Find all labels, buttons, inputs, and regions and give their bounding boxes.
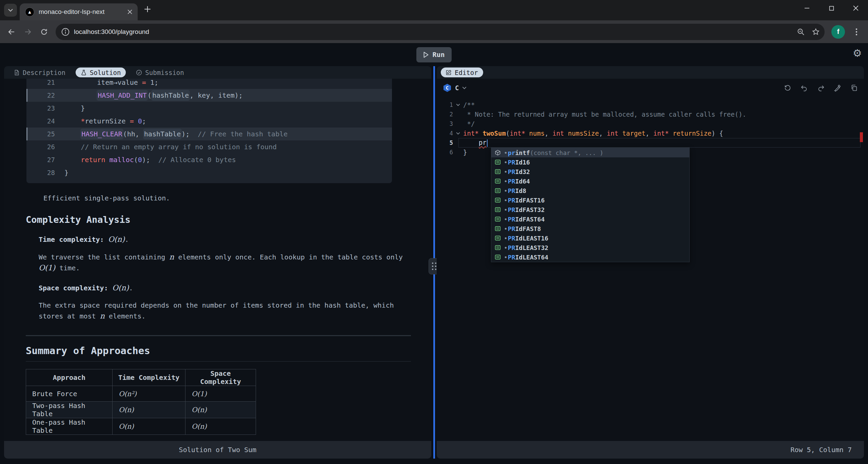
address-bar[interactable]: localhost:3000/playground [56,24,825,40]
star-icon [812,28,820,36]
editor-line: 4int* twoSum(int* nums, int numsSize, in… [437,129,864,138]
redo-icon [817,84,825,92]
browser-tab[interactable]: ▲ monaco-editor-lsp-next [20,3,138,20]
screen: ▲ monaco-editor-lsp-next localhost:3000 [0,0,868,464]
language-selector[interactable]: C C [443,83,467,92]
autocomplete-item[interactable]: •PRIdFAST8 [491,224,689,233]
snippet-icon [494,187,501,194]
copy-button[interactable] [850,84,858,92]
error-marker [860,132,863,142]
kebab-menu-icon [855,28,857,36]
autocomplete-item[interactable]: •printf(const char *, ... ) [491,148,689,157]
complexity-heading: Complexity Analysis [26,214,431,225]
table-row: Two-pass Hash TableO(n)O(n) [26,402,256,418]
tab-search-button[interactable] [4,4,17,17]
undo-button[interactable] [801,84,808,92]
window-controls [795,0,868,16]
copy-icon [850,84,858,92]
url-text[interactable]: localhost:3000/playground [74,28,797,36]
editor-line: 5 pr [437,138,864,148]
window-maximize-button[interactable] [819,0,844,16]
autocomplete-item[interactable]: •PRId32 [491,167,689,176]
svg-text:C: C [446,85,449,91]
text-cursor [487,139,488,147]
flask-icon [81,70,87,76]
snippet-icon [494,206,501,213]
space-complexity-paragraph: The extra space required depends on the … [39,300,407,322]
autocomplete-item[interactable]: •PRIdFAST64 [491,214,689,224]
fold-chevron-icon[interactable] [453,103,463,106]
code-line: 21 item→value = 1; [26,79,392,89]
space-complexity-line: Space complexity: O(n). [39,284,431,292]
tab-label: Description [23,69,65,76]
chevron-down-icon [8,9,13,12]
autocomplete-item[interactable]: •PRId16 [491,157,689,167]
problem-footer: Solution of Two Sum [4,441,431,459]
new-tab-button[interactable] [144,5,151,13]
window-minimize-button[interactable] [795,0,819,16]
site-favicon: ▲ [25,7,34,17]
reset-button[interactable] [784,84,791,92]
table-row: Brute ForceO(n²)O(1) [26,386,256,402]
table-header: Time Complexity [113,369,185,386]
bookmark-button[interactable] [812,28,820,36]
autocomplete-item[interactable]: •PRIdLEAST16 [491,233,689,243]
magnifier-minus-icon [797,28,805,36]
back-arrow-icon [8,28,15,36]
table-cell: One-pass Hash Table [26,418,113,435]
snippet-icon [494,158,501,166]
autocomplete-item[interactable]: •PRId64 [491,176,689,186]
autocomplete-item[interactable]: •PRIdLEAST32 [491,243,689,252]
avatar[interactable]: f [831,25,845,39]
back-button[interactable] [5,25,18,39]
chevron-down-icon [462,86,467,89]
cube-icon [494,149,501,156]
forward-button[interactable] [21,25,35,39]
fold-chevron-icon[interactable] [453,132,463,135]
summary-heading: Summary of Approaches [26,345,431,356]
autocomplete-popup: •printf(const char *, ... )•PRId16•PRId3… [491,148,690,262]
check-circle-icon [136,70,142,76]
autocomplete-item[interactable]: •PRIdFAST32 [491,205,689,214]
forward-arrow-icon [24,28,32,36]
snippet-icon [494,215,501,223]
tab-close-button[interactable] [127,9,132,14]
format-button[interactable] [834,84,841,92]
autocomplete-item[interactable]: •PRIdFAST16 [491,195,689,205]
problem-tabs: Description Solution Submission [4,66,431,79]
table-cell: Brute Force [26,386,113,402]
code-editor[interactable]: 1/**2 * Note: The returned array must be… [437,97,864,441]
run-label: Run [432,51,445,59]
editor-panel: Editor C C [437,66,864,459]
table-cell: O(n²) [113,386,185,402]
playground-page: Run ⚙ Description Solution [0,43,868,464]
editor-header: Editor [437,66,864,79]
tab-description[interactable]: Description [14,69,65,76]
zoom-out-button[interactable] [797,28,805,36]
table-cell: O(n) [113,418,185,435]
table-row: One-pass Hash TableO(n)O(n) [26,418,256,435]
code-line: 22 HASH_ADD_INT(hashTable, key, item); [26,89,392,102]
snippet-icon [494,168,501,175]
tab-solution[interactable]: Solution [76,67,126,77]
settings-gear-icon[interactable]: ⚙ [853,47,862,59]
solution-content[interactable]: 21 item→value = 1;22 HASH_ADD_INT(hashTa… [4,79,431,441]
document-icon [14,70,20,76]
browser-menu-button[interactable] [850,25,863,39]
close-icon [127,9,132,14]
browser-tab-strip: ▲ monaco-editor-lsp-next [0,0,868,20]
redo-button[interactable] [817,84,825,92]
window-close-button[interactable] [844,0,868,16]
reload-button[interactable] [37,25,51,39]
editor-line: 2 * Note: The returned array must be mal… [437,110,864,119]
autocomplete-item[interactable]: •PRIdLEAST64 [491,252,689,262]
run-button[interactable]: Run [416,47,451,62]
tab-submission[interactable]: Submission [136,69,184,76]
autocomplete-item[interactable]: •PRId8 [491,186,689,195]
code-line: 28} [26,166,392,179]
editor-toolbar: C C [437,79,864,97]
snippet-icon [494,253,501,261]
snippet-icon [494,225,501,232]
browser-toolbar: localhost:3000/playground f [0,20,868,43]
site-info-icon[interactable] [61,27,70,36]
